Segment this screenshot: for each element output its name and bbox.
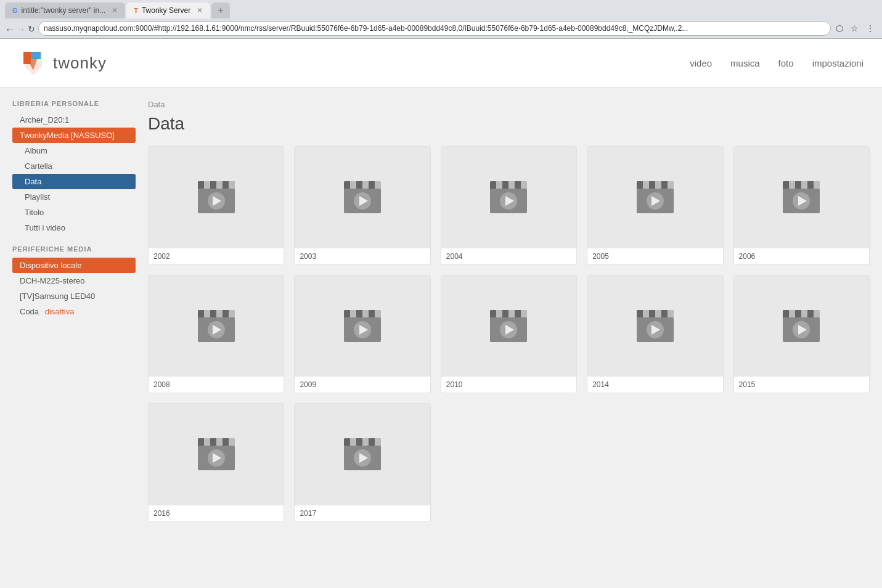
logo-icon (18, 48, 48, 78)
sidebar-item-tutti[interactable]: Tutti i video (12, 220, 136, 235)
clapper-body (490, 189, 527, 213)
tab-2-favicon: T (134, 7, 138, 14)
media-thumb-2002 (149, 147, 284, 248)
logo-text: twonky (53, 54, 107, 73)
media-devices-title: PERIFERICHE MEDIA (12, 245, 136, 253)
sidebar-item-titolo[interactable]: Titolo (12, 205, 136, 220)
nav-impostazioni[interactable]: impostazioni (812, 58, 864, 68)
play-icon (354, 449, 371, 467)
media-thumb-2008 (149, 276, 284, 377)
clapperboard-icon (783, 310, 820, 342)
main-content: Data Data (148, 100, 870, 522)
clapperboard-icon (198, 181, 235, 213)
play-icon (500, 321, 517, 338)
tab-1[interactable]: G intitle:"twonky server" in... ✕ (5, 2, 125, 18)
media-card-2016[interactable]: 2016 (148, 403, 284, 522)
play-icon (208, 192, 225, 210)
media-card-2010[interactable]: 2010 (441, 275, 577, 394)
clapperboard-icon (344, 310, 381, 342)
breadcrumb: Data (148, 100, 870, 109)
media-thumb-2010 (441, 276, 576, 377)
tab-1-favicon: G (12, 7, 18, 14)
sidebar-item-twonky[interactable]: TwonkyMedia [NASSUSO] (12, 128, 136, 143)
clapper-body (198, 317, 235, 342)
sidebar-item-archer[interactable]: Archer_D20:1 (12, 112, 136, 128)
clapperboard-icon (490, 181, 527, 213)
clapperboard-icon (344, 181, 381, 213)
media-card-2004[interactable]: 2004 (441, 146, 577, 265)
tab-1-close[interactable]: ✕ (112, 6, 118, 15)
browser-chrome: G intitle:"twonky server" in... ✕ T Twon… (0, 0, 882, 39)
media-thumb-2005 (587, 147, 722, 248)
media-label-2009: 2009 (295, 377, 430, 393)
refresh-button[interactable]: ↻ (27, 24, 36, 33)
forward-button[interactable]: → (16, 24, 25, 33)
sidebar-item-samsung[interactable]: [TV]Samsung LED40 (12, 288, 136, 304)
svg-marker-2 (31, 52, 41, 59)
sidebar-item-data[interactable]: Data (12, 174, 136, 189)
play-icon (793, 192, 810, 210)
sidebar-item-playlist[interactable]: Playlist (12, 189, 136, 205)
tab-bar: G intitle:"twonky server" in... ✕ T Twon… (0, 0, 882, 18)
media-label-2004: 2004 (441, 248, 576, 264)
media-label-2002: 2002 (149, 248, 284, 264)
play-icon (793, 321, 810, 338)
play-icon (208, 449, 225, 467)
personal-library-title: LIBRERIA PERSONALE (12, 100, 136, 107)
app: twonky video musica foto impostazioni LI… (0, 39, 882, 569)
clapper-body (344, 317, 381, 342)
media-thumb-2004 (441, 147, 576, 248)
coda-label: Coda (20, 307, 39, 316)
media-thumb-2017 (295, 404, 430, 505)
nav-musica[interactable]: musica (730, 58, 760, 68)
browser-menu-button[interactable]: ⋮ (864, 22, 877, 35)
new-tab-button[interactable]: + (211, 2, 230, 18)
clapperboard-icon (637, 310, 674, 342)
clapper-body (637, 317, 674, 342)
media-thumb-2006 (734, 147, 869, 248)
media-label-2016: 2016 (149, 505, 284, 521)
media-card-2005[interactable]: 2005 (587, 146, 723, 265)
media-card-2008[interactable]: 2008 (148, 275, 284, 394)
sidebar-item-coda[interactable]: Coda disattiva (12, 304, 136, 319)
page-title: Data (148, 114, 870, 134)
main-nav: video musica foto impostazioni (690, 58, 864, 68)
sidebar-item-cartella[interactable]: Cartella (12, 158, 136, 174)
media-card-2006[interactable]: 2006 (733, 146, 870, 265)
play-icon (500, 192, 517, 210)
tab-2[interactable]: T Twonky Server ✕ (126, 2, 210, 18)
clapperboard-icon (783, 181, 820, 213)
media-label-2006: 2006 (734, 248, 869, 264)
logo: twonky (18, 48, 107, 78)
tab-2-close[interactable]: ✕ (197, 6, 203, 15)
clapper-body (783, 189, 820, 213)
nav-video[interactable]: video (690, 58, 712, 68)
back-button[interactable]: ← (5, 24, 14, 33)
sidebar-item-locale[interactable]: Dispositivo locale (12, 258, 136, 273)
media-label-2017: 2017 (295, 505, 430, 521)
media-card-2009[interactable]: 2009 (294, 275, 430, 394)
clapper-body (637, 189, 674, 213)
address-input[interactable] (38, 21, 831, 36)
sidebar: LIBRERIA PERSONALE Archer_D20:1 TwonkyMe… (12, 100, 148, 522)
nav-foto[interactable]: foto (778, 58, 794, 68)
media-card-2014[interactable]: 2014 (587, 275, 723, 394)
media-label-2008: 2008 (149, 377, 284, 393)
clapper-body (344, 189, 381, 213)
media-thumb-2015 (734, 276, 869, 377)
media-card-2017[interactable]: 2017 (294, 403, 430, 522)
bookmark-button[interactable]: ☆ (848, 22, 861, 35)
sidebar-item-dch[interactable]: DCH-M225-stereo (12, 273, 136, 288)
media-card-2002[interactable]: 2002 (148, 146, 284, 265)
play-icon (354, 192, 371, 210)
play-icon (647, 321, 664, 338)
coda-disattiva[interactable]: disattiva (45, 307, 75, 316)
media-card-2015[interactable]: 2015 (733, 275, 870, 394)
sidebar-item-album[interactable]: Album (12, 143, 136, 158)
cast-button[interactable]: ⬡ (833, 22, 846, 35)
play-icon (208, 321, 225, 338)
media-label-2014: 2014 (587, 377, 722, 393)
clapper-body (344, 446, 381, 470)
media-card-2003[interactable]: 2003 (294, 146, 430, 265)
media-grid: 2002 (148, 146, 870, 522)
